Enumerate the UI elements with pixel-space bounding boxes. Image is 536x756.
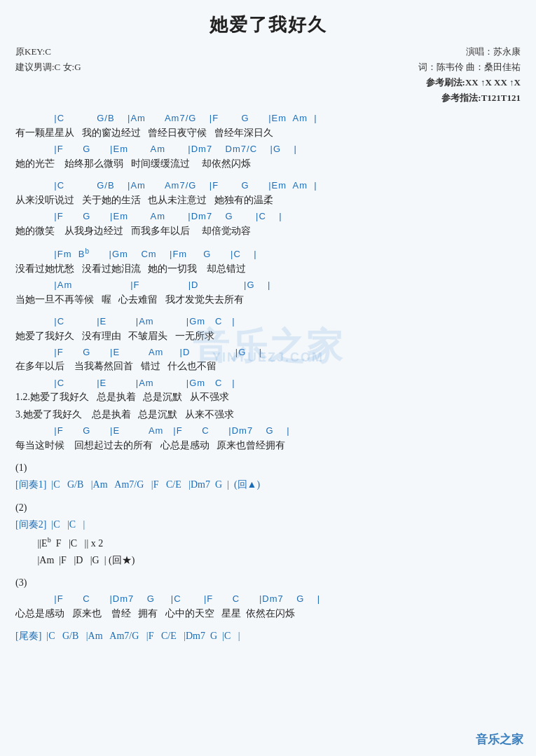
divider	[15, 173, 521, 179]
lyric-line: 她的微笑 从我身边经过 而我多年以后 却倍觉动容	[15, 224, 521, 239]
key-info: 原KEY:C	[15, 44, 81, 60]
fingering-pattern: 参考指法:T121T121	[418, 90, 521, 106]
divider	[15, 240, 521, 246]
divider	[15, 623, 521, 628]
site-logo: 音乐之家	[476, 731, 523, 748]
strum-pattern: 参考刷法:XX ↑X XX ↑X	[418, 75, 521, 90]
chord-line: |F G |Em Am |Dm7 G |C |	[15, 209, 521, 224]
page: 她爱了我好久 原KEY:C 建议男调:C 女:G 演唱：苏永康 词：陈韦伶 曲：…	[0, 0, 536, 756]
chord-line: |F G |Em Am |Dm7 Dm7/C |G |	[15, 142, 521, 156]
lyric-line: 有一颗星星从 我的窗边经过 曾经日夜守候 曾经年深日久	[15, 125, 521, 141]
lyric-line: 从来没听说过 关于她的生活 也从未注意过 她独有的温柔	[15, 193, 521, 208]
section-number: (2)	[15, 500, 521, 516]
song-title: 她爱了我好久	[15, 13, 521, 37]
meta-right: 演唱：苏永康 词：陈韦伶 曲：桑田佳祐 参考刷法:XX ↑X XX ↑X 参考指…	[418, 44, 521, 106]
lyric-line: 每当这时候 回想起过去的所有 心总是感动 原来也曾经拥有	[15, 438, 521, 453]
lyric-line: [尾奏] |C G/B |Am Am7/G |F C/E |Dm7 G |C |	[15, 628, 521, 644]
section-label: [间奏1] |C G/B |Am Am7/G |F C/E |Dm7 G | (…	[15, 479, 260, 490]
lyric-line: ||Eb F |C || x 2	[15, 535, 521, 551]
chord-line: |F C |Dm7 G |C |F C |Dm7 G |	[15, 592, 521, 606]
lyric-line: 3.她爱了我好久 总是执着 总是沉默 从来不强求	[15, 407, 521, 422]
divider	[15, 455, 521, 460]
divider	[15, 309, 521, 315]
lyric-line: 当她一旦不再等候 喔 心去难留 我才发觉失去所有	[15, 292, 521, 308]
chord-line: |C G/B |Am Am7/G |F G |Em Am |	[15, 111, 521, 125]
content-area: |C G/B |Am Am7/G |F G |Em Am |有一颗星星从 我的窗…	[15, 111, 521, 644]
meta-area: 原KEY:C 建议男调:C 女:G 演唱：苏永康 词：陈韦伶 曲：桑田佳祐 参考…	[15, 44, 521, 106]
chord-line: |F G |E Am |D |G |	[15, 345, 521, 359]
divider	[15, 570, 521, 575]
lyric-line: |Am |F |D |G | (回★)	[15, 553, 521, 568]
lyric-line: [间奏2] |C |C |	[15, 517, 521, 532]
lyric-line: 1.2.她爱了我好久 总是执着 总是沉默 从不强求	[15, 390, 521, 405]
lyricist-composer-info: 词：陈韦伶 曲：桑田佳祐	[418, 60, 521, 75]
section-number: (1)	[15, 460, 521, 476]
lyric-line: 她爱了我好久 没有理由 不皱眉头 一无所求	[15, 329, 521, 344]
section-number: (3)	[15, 575, 521, 591]
lyric-line: [间奏1] |C G/B |Am Am7/G |F C/E |Dm7 G | (…	[15, 477, 521, 493]
chord-line: |F G |E Am |F C |Dm7 G |	[15, 424, 521, 438]
chord-line: |C |E |Am |Gm C |	[15, 315, 521, 329]
chord-line: |Fm Bb |Gm Cm |Fm G |C |	[15, 246, 521, 261]
lyric-line: 没看过她忧愁 没看过她泪流 她的一切我 却总错过	[15, 261, 521, 277]
singer-info: 演唱：苏永康	[418, 44, 521, 60]
chord-line: |Am |F |D |G |	[15, 278, 521, 292]
chord-line: |C |E |Am |Gm C |	[15, 376, 521, 390]
section-label: [间奏2] |C |C |	[15, 519, 85, 530]
section-label: [尾奏] |C G/B |Am Am7/G |F C/E |Dm7 G |C |	[15, 631, 240, 641]
chord-line: |C G/B |Am Am7/G |F G |Em Am |	[15, 179, 521, 193]
divider	[15, 495, 521, 500]
meta-left: 原KEY:C 建议男调:C 女:G	[15, 44, 81, 75]
lyric-line: 在多年以后 当我蓦然回首 错过 什么也不留	[15, 359, 521, 374]
lyric-line: 心总是感动 原来也 曾经 拥有 心中的天空 星星 依然在闪烁	[15, 606, 521, 621]
suggestion-info: 建议男调:C 女:G	[15, 60, 81, 75]
lyric-line: 她的光芒 始终那么微弱 时间缓缓流过 却依然闪烁	[15, 156, 521, 172]
